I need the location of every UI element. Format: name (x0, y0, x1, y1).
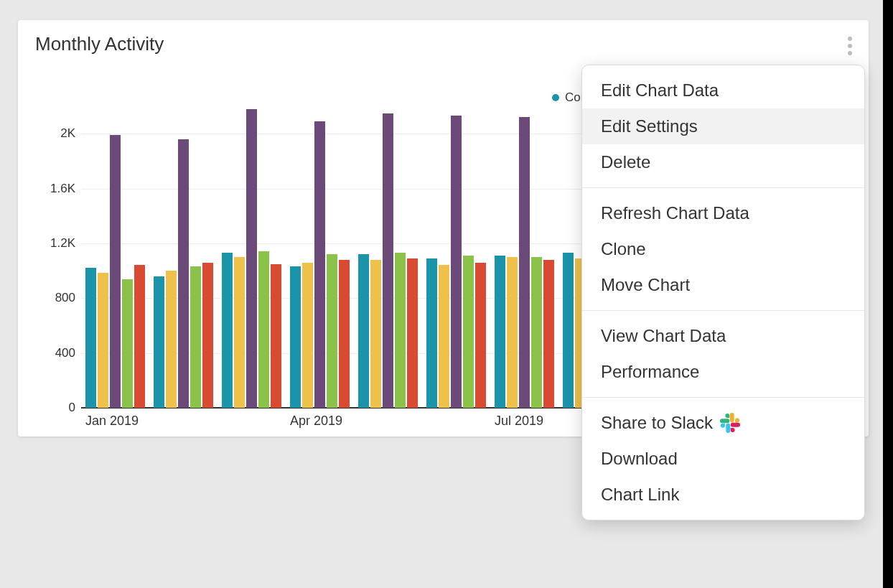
menu-item-chart-link[interactable]: Chart Link (582, 477, 864, 513)
menu-item-label: Edit Chart Data (601, 80, 719, 101)
chart-bar[interactable] (439, 265, 449, 408)
menu-item-share-to-slack[interactable]: Share to Slack (582, 405, 864, 441)
chart-bar[interactable] (290, 266, 301, 408)
chart-bar[interactable] (122, 279, 133, 408)
menu-item-label: Download (601, 449, 678, 469)
chart-bar[interactable] (358, 254, 369, 408)
menu-section: Refresh Chart DataCloneMove Chart (582, 188, 864, 311)
chart-bar[interactable] (302, 263, 313, 408)
menu-item-view-chart-data[interactable]: View Chart Data (582, 318, 864, 354)
chart-bar[interactable] (463, 256, 474, 408)
chart-bar[interactable] (495, 256, 505, 408)
chart-bar[interactable] (327, 254, 337, 408)
slack-icon (720, 413, 740, 433)
chart-bar[interactable] (85, 268, 96, 408)
chart-bar[interactable] (370, 260, 381, 408)
chart-bar[interactable] (178, 139, 189, 408)
y-tick-label: 800 (55, 291, 75, 305)
menu-item-label: Delete (601, 152, 650, 172)
chart-bar[interactable] (563, 253, 574, 408)
chart-bar[interactable] (271, 264, 281, 408)
chart-bar[interactable] (314, 121, 325, 408)
chart-bar[interactable] (543, 260, 554, 408)
chart-bar[interactable] (395, 253, 406, 408)
y-tick-label: 1.6K (50, 182, 75, 196)
menu-item-edit-chart-data[interactable]: Edit Chart Data (582, 73, 864, 108)
window-edge (883, 0, 893, 588)
chart-bar[interactable] (383, 113, 393, 408)
menu-item-label: Edit Settings (601, 116, 698, 136)
y-tick-label: 1.2K (50, 236, 75, 251)
chart-bar[interactable] (451, 116, 462, 408)
chart-bar[interactable] (222, 253, 233, 408)
legend-dot-icon (552, 94, 559, 101)
chart-bar[interactable] (246, 109, 257, 408)
chart-bar[interactable] (190, 266, 201, 408)
menu-item-edit-settings[interactable]: Edit Settings (582, 108, 864, 144)
chart-title: Monthly Activity (35, 33, 164, 55)
chart-bar[interactable] (339, 260, 350, 408)
menu-item-label: Move Chart (601, 275, 690, 295)
kebab-dot-icon (848, 37, 852, 41)
menu-item-label: Chart Link (601, 485, 679, 505)
x-tick-label: Jul 2019 (495, 414, 543, 429)
chart-bar[interactable] (519, 117, 530, 408)
y-tick-label: 2K (60, 126, 75, 141)
menu-item-label: Refresh Chart Data (601, 203, 749, 223)
chart-bar[interactable] (507, 257, 518, 408)
chart-options-menu: Edit Chart DataEdit SettingsDeleteRefres… (581, 65, 865, 521)
x-tick-label: Apr 2019 (290, 414, 342, 429)
kebab-dot-icon (848, 51, 852, 55)
chart-bar[interactable] (475, 263, 486, 408)
menu-item-delete[interactable]: Delete (582, 144, 864, 180)
chart-bar[interactable] (234, 257, 245, 408)
chart-bar[interactable] (166, 271, 177, 408)
menu-item-label: Share to Slack (601, 413, 713, 433)
chart-bar[interactable] (110, 135, 121, 408)
chart-bar[interactable] (202, 263, 213, 408)
y-tick-label: 400 (55, 346, 75, 360)
chart-options-button[interactable] (841, 34, 859, 57)
kebab-dot-icon (848, 44, 852, 48)
menu-item-download[interactable]: Download (582, 441, 864, 477)
chart-bar[interactable] (134, 265, 145, 408)
menu-item-label: Performance (601, 362, 699, 382)
chart-bar[interactable] (98, 273, 108, 408)
chart-bar[interactable] (531, 257, 542, 408)
x-tick-label: Jan 2019 (85, 414, 139, 429)
menu-item-clone[interactable]: Clone (582, 231, 864, 267)
chart-legend: Cor (552, 90, 584, 105)
menu-item-label: Clone (601, 239, 646, 259)
chart-bar[interactable] (154, 276, 164, 408)
menu-item-performance[interactable]: Performance (582, 354, 864, 390)
chart-bar[interactable] (407, 258, 418, 408)
menu-item-refresh-chart-data[interactable]: Refresh Chart Data (582, 195, 864, 231)
menu-section: Edit Chart DataEdit SettingsDelete (582, 65, 864, 188)
card-header: Monthly Activity (35, 33, 851, 55)
y-tick-label: 0 (69, 401, 75, 415)
menu-item-move-chart[interactable]: Move Chart (582, 267, 864, 303)
menu-section: Share to SlackDownloadChart Link (582, 398, 864, 520)
menu-item-label: View Chart Data (601, 326, 726, 346)
chart-bar[interactable] (426, 258, 437, 408)
chart-bar[interactable] (258, 251, 269, 408)
menu-section: View Chart DataPerformance (582, 311, 864, 398)
